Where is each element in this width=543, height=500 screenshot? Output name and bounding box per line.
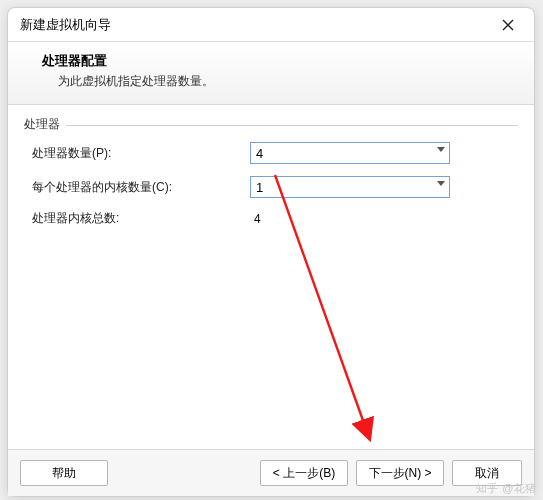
label-total: 处理器内核总数: xyxy=(32,210,250,227)
chevron-down-icon xyxy=(437,181,445,186)
header-subtitle: 为此虚拟机指定处理器数量。 xyxy=(42,73,518,90)
wizard-footer: 帮助 < 上一步(B) 下一步(N) > 取消 xyxy=(8,449,534,496)
dialog-title: 新建虚拟机向导 xyxy=(20,16,494,34)
watermark: 知乎 @花猪 xyxy=(476,481,537,496)
row-cores: 每个处理器的内核数量(C): 1 xyxy=(32,176,518,198)
wizard-body: 处理器 处理器数量(P): 4 每个处理器的内核数量(C): 1 处理器内核总数… xyxy=(8,105,534,449)
processors-group: 处理器 处理器数量(P): 4 每个处理器的内核数量(C): 1 处理器内核总数… xyxy=(24,125,518,227)
next-label: 下一步(N) > xyxy=(369,465,432,482)
processors-value: 4 xyxy=(256,146,263,161)
header-title: 处理器配置 xyxy=(42,52,518,70)
chevron-down-icon xyxy=(437,147,445,152)
help-button[interactable]: 帮助 xyxy=(20,460,108,486)
wizard-dialog: 新建虚拟机向导 处理器配置 为此虚拟机指定处理器数量。 处理器 处理器数量(P)… xyxy=(7,7,535,497)
total-value: 4 xyxy=(250,212,261,226)
row-processors: 处理器数量(P): 4 xyxy=(32,142,518,164)
cores-combobox[interactable]: 1 xyxy=(250,176,450,198)
titlebar: 新建虚拟机向导 xyxy=(8,8,534,42)
processors-combobox[interactable]: 4 xyxy=(250,142,450,164)
label-cores: 每个处理器的内核数量(C): xyxy=(32,179,250,196)
back-label: < 上一步(B) xyxy=(273,465,335,482)
next-button[interactable]: 下一步(N) > xyxy=(356,460,444,486)
row-total: 处理器内核总数: 4 xyxy=(32,210,518,227)
cancel-label: 取消 xyxy=(475,465,499,482)
help-label: 帮助 xyxy=(52,465,76,482)
back-button[interactable]: < 上一步(B) xyxy=(260,460,348,486)
label-processors: 处理器数量(P): xyxy=(32,145,250,162)
group-label: 处理器 xyxy=(24,116,66,133)
close-icon[interactable] xyxy=(494,13,522,37)
wizard-header: 处理器配置 为此虚拟机指定处理器数量。 xyxy=(8,42,534,105)
cores-value: 1 xyxy=(256,180,263,195)
